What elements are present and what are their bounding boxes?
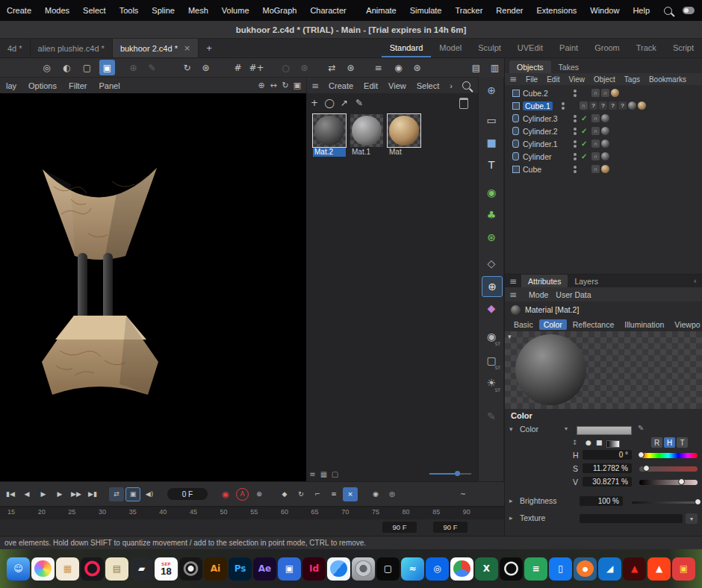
layout-tab-paint[interactable]: Paint	[551, 39, 586, 57]
control-center-icon[interactable]	[683, 7, 695, 14]
save-a-icon[interactable]: ▤	[468, 60, 484, 75]
texture-tag-icon[interactable]	[601, 140, 609, 148]
expand-color-icon[interactable]: ▾	[509, 425, 513, 433]
visibility-dots-icon[interactable]	[571, 152, 581, 161]
material-menu-edit[interactable]: Edit	[358, 81, 383, 90]
material-search-icon[interactable]	[462, 81, 470, 90]
menu-item-select[interactable]: Select	[76, 6, 113, 15]
key-rotation-icon[interactable]: ↻	[293, 487, 308, 501]
attributes-menu-icon[interactable]: ≡	[505, 276, 521, 287]
fast-forward-icon[interactable]: ▶▶	[69, 487, 84, 501]
camera-st-tool-icon[interactable]: ▢ST	[482, 351, 501, 370]
dock-blender[interactable]	[574, 557, 597, 581]
next-frame-icon[interactable]: ▶	[52, 487, 67, 501]
material-sphere-icon[interactable]: ◯	[322, 96, 337, 110]
solo-object-icon[interactable]: ◉	[368, 487, 383, 501]
material-menu-create[interactable]: Create	[323, 81, 358, 90]
field-tool-icon[interactable]: ◇	[482, 254, 501, 273]
channel-slider-sat[interactable]	[639, 466, 698, 472]
phong-tag-icon[interactable]: ∩	[601, 89, 609, 97]
fcurve-mode-icon[interactable]: ~	[456, 487, 470, 501]
dock-opera-gx[interactable]	[81, 557, 104, 581]
dock-screen-record[interactable]	[179, 557, 202, 581]
enabled-check-icon[interactable]: ✓	[581, 152, 591, 160]
object-tab-objects[interactable]: Objects	[509, 60, 551, 73]
snap-toggle-icon[interactable]: ◉	[391, 60, 406, 75]
question-tag-icon[interactable]: ?	[609, 101, 617, 110]
menu-item-simulate[interactable]: Simulate	[403, 6, 449, 15]
square-mode-icon[interactable]: ■	[596, 439, 603, 446]
menu-item-extensions[interactable]: Extensions	[529, 6, 583, 15]
dock-chrome[interactable]	[450, 557, 473, 581]
tweak-icon[interactable]: ↻	[179, 60, 195, 75]
autokey-active-icon[interactable]: ×	[343, 487, 358, 501]
color-dropdown-icon[interactable]: ▾	[565, 425, 568, 432]
dock-calendar[interactable]: SEP18	[155, 557, 178, 581]
grid-icon[interactable]: #	[230, 60, 246, 75]
frame-icon[interactable]: ▣	[291, 80, 303, 92]
add-material-icon[interactable]: +	[307, 96, 322, 110]
dock-roblox[interactable]: ▰	[130, 557, 153, 581]
close-tab-icon[interactable]: ×	[184, 43, 190, 53]
key-position-icon[interactable]: ◆	[277, 487, 292, 501]
live-selection-icon[interactable]: ◎	[39, 60, 55, 75]
light-st-tool-icon[interactable]: ☀ST	[482, 373, 501, 392]
text-tool-icon[interactable]: T	[482, 155, 501, 175]
channel-value-field[interactable]: 30.8271 %	[583, 477, 632, 487]
wheel-mode-icon[interactable]: ●	[585, 439, 591, 446]
phong-tag-icon[interactable]: ∩	[591, 127, 600, 135]
material-item-mat-2[interactable]: Mat.2	[313, 114, 346, 157]
spotlight-search-icon[interactable]	[664, 7, 672, 15]
open-material-icon[interactable]: ↗	[337, 96, 352, 110]
snap-settings-icon[interactable]: ⊛	[409, 60, 425, 75]
layout-tab-script[interactable]: Script	[665, 39, 702, 57]
brightness-expand-icon[interactable]: ▸	[509, 497, 513, 504]
key-parameter-icon[interactable]: ⌐	[310, 487, 325, 501]
range-end-field-b[interactable]: 90 F	[433, 522, 468, 533]
layout-tab-uvedit[interactable]: UVEdit	[509, 39, 551, 57]
section-tab-viewpo[interactable]: Viewpo	[670, 319, 702, 330]
dock-brave[interactable]: ▲	[647, 557, 671, 581]
channel-slider-val[interactable]	[639, 480, 698, 485]
move-tool-icon[interactable]: ⊕	[482, 276, 503, 297]
object-menu-bookmarks[interactable]: Bookmarks	[644, 75, 691, 84]
sim-settings-icon[interactable]: ⊛	[482, 228, 501, 247]
enabled-check-icon[interactable]: ✓	[581, 114, 591, 122]
dock-photoshop[interactable]: Ps	[229, 557, 252, 581]
menu-item-tools[interactable]: Tools	[113, 6, 146, 15]
layout-tab-track[interactable]: Track	[628, 39, 665, 57]
new-tab-button[interactable]: +	[199, 39, 220, 57]
question-tag-icon[interactable]: ?	[618, 101, 627, 110]
menu-item-tracker[interactable]: Tracker	[448, 6, 489, 15]
viewport-menu-filter[interactable]: Filter	[63, 81, 93, 90]
object-row-cylinder-3[interactable]: Cylinder.3✓∩	[505, 112, 702, 125]
menu-item-character[interactable]: Character	[303, 6, 352, 15]
section-tab-basic[interactable]: Basic	[509, 319, 538, 330]
material-menu-icon[interactable]: ≡	[307, 81, 323, 91]
rectangle-tool-icon[interactable]: ▭	[482, 110, 501, 130]
object-row-cube-1[interactable]: Cube.1∩????	[505, 99, 702, 112]
doc-tab-bukhoor-2-c4d[interactable]: bukhoor 2.c4d *×	[113, 39, 199, 57]
cycle-mode-icon[interactable]: ⇄	[109, 487, 124, 501]
dock-notion-dark[interactable]: ▢	[376, 557, 400, 581]
dock-swatches[interactable]: ▦	[56, 557, 79, 581]
dock-aqua-app[interactable]: ≈	[401, 557, 424, 581]
collapse-preview-icon[interactable]: ▾	[508, 333, 512, 340]
object-menu-object[interactable]: Object	[589, 75, 620, 84]
model-axis-tool-icon[interactable]: ⊕	[482, 81, 501, 100]
snap-menu-icon[interactable]: ≡	[370, 60, 386, 75]
zoom-icon[interactable]: ↔	[267, 80, 279, 92]
texture-field[interactable]	[580, 514, 683, 523]
dock-photos[interactable]	[31, 557, 55, 581]
channel-value-field[interactable]: 0 °	[583, 450, 632, 460]
viewport-menu-options[interactable]: Options	[22, 81, 63, 90]
tool-a-dim-icon[interactable]: ⊕	[125, 60, 141, 75]
dock-finder[interactable]: ☺	[7, 557, 30, 581]
dock-indesign[interactable]: Id	[302, 557, 326, 581]
axis-settings-icon[interactable]: ⊛	[343, 60, 358, 75]
dock-phone-mirroring[interactable]: ▯	[549, 557, 572, 581]
texture-dropdown-icon[interactable]: ▾	[686, 513, 698, 524]
texture-tag-icon[interactable]	[628, 101, 636, 110]
dock-acrobat[interactable]: ▲	[623, 557, 646, 581]
globe-st-tool-icon[interactable]: ◉ST	[482, 327, 501, 346]
